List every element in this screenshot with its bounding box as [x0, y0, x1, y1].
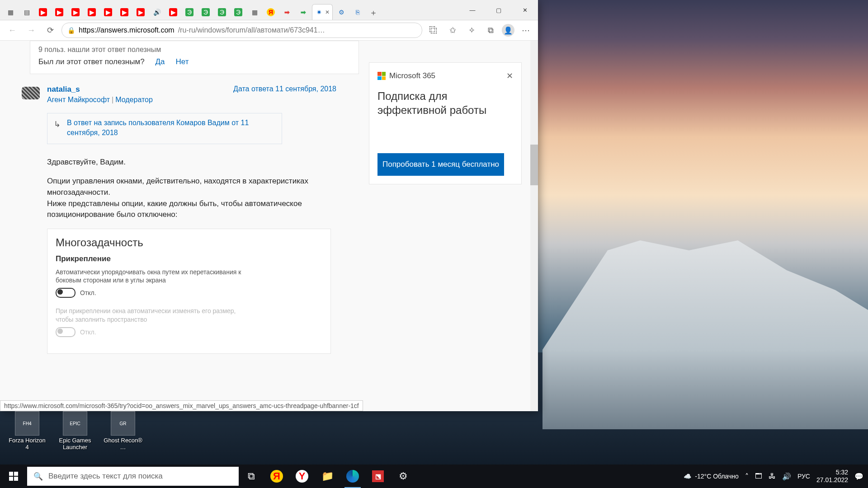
status-bar-link: https://www.microsoft.com/microsoft-365/…	[0, 400, 363, 411]
tab[interactable]: ▶	[133, 5, 148, 20]
taskbar: 🔍 Введите здесь текст для поиска ⧉ Я Y 📁…	[0, 465, 868, 488]
task-view-button[interactable]: ⧉	[239, 465, 264, 488]
nav-refresh[interactable]: ⟳	[42, 23, 58, 38]
settings-section: Прикрепление	[56, 254, 322, 263]
tray-volume-icon[interactable]: 🔊	[782, 472, 791, 481]
promo-cta-button[interactable]: Попробовать 1 месяц бесплатно	[377, 153, 504, 176]
browser-window: ▦ ▤ ▶ ▶ ▶ ▶ ▶ ▶ ▶ 🔊 ▶ Э Э Э Э ▦ Я ➡ ➡	[0, 0, 538, 411]
tab[interactable]: ⚙	[334, 5, 349, 20]
window-close[interactable]: ✕	[512, 0, 538, 20]
m365-promo-card: Microsoft 365 ✕ Подписка для эффективной…	[369, 62, 522, 184]
tab[interactable]: ▤	[19, 5, 34, 20]
shortcut-icon: EPIC	[63, 411, 87, 436]
tab[interactable]: Э	[198, 5, 213, 20]
address-bar[interactable]: 🔒 https://answers.microsoft.com/ru-ru/wi…	[61, 23, 422, 38]
tab[interactable]: ▦	[3, 5, 18, 20]
start-button[interactable]	[0, 465, 27, 488]
author-tag-agent[interactable]: Агент Майкрософт	[47, 96, 110, 103]
profile-avatar[interactable]: 👤	[502, 24, 514, 37]
answer-greeting: Здравствуйте, Вадим.	[47, 157, 336, 168]
collections-icon[interactable]: ⧉	[483, 23, 498, 38]
shortcut-icon: FH4	[15, 411, 39, 436]
scrollbar-thumb[interactable]	[530, 145, 538, 185]
window-maximize[interactable]: ▢	[486, 0, 512, 20]
tray-chevron-up-icon[interactable]: ˄	[745, 472, 749, 481]
address-bar-row: ← → ⟳ 🔒 https://answers.microsoft.com/ru…	[0, 20, 538, 41]
favorite-icon[interactable]: ✩	[445, 23, 460, 38]
vote-no-button[interactable]: Нет	[176, 57, 189, 66]
setting2-toggle	[56, 327, 75, 337]
nav-forward[interactable]: →	[24, 23, 39, 38]
tray-network-icon[interactable]: 🖧	[769, 472, 776, 480]
tab[interactable]: Э	[231, 5, 246, 20]
taskbar-search[interactable]: 🔍 Введите здесь текст для поиска	[27, 467, 239, 486]
shortcut-label: Forza Horizon 4	[6, 437, 48, 451]
tab[interactable]: ▶	[84, 5, 99, 20]
pinned-apps: Я Y 📁 ⬔ ⚙	[264, 465, 416, 488]
windows-logo-icon	[9, 472, 18, 481]
weather-widget[interactable]: ☁️ -12°C Облачно	[684, 473, 739, 480]
tab[interactable]: ▶	[35, 5, 51, 20]
author-link[interactable]: natalia_s	[47, 85, 153, 94]
shortcut-label: Epic Games Launcher	[54, 437, 96, 451]
tab[interactable]: ⎘	[350, 5, 365, 20]
settings-title: Многозадачность	[56, 236, 322, 249]
taskbar-app-amd[interactable]: ⬔	[365, 465, 391, 488]
settings-screenshot: Многозадачность Прикрепление Автоматичес…	[47, 229, 331, 354]
nav-back[interactable]: ←	[5, 23, 20, 38]
m365-logo: Microsoft 365	[377, 71, 435, 80]
scrollbar[interactable]	[530, 41, 538, 411]
taskbar-app-edge[interactable]	[340, 465, 365, 488]
tab[interactable]: ▶	[68, 5, 83, 20]
tray-battery-icon[interactable]: 🗔	[755, 472, 762, 480]
search-placeholder: Введите здесь текст для поиска	[48, 472, 163, 481]
tray-clock[interactable]: 5:32 27.01.2022	[816, 469, 848, 484]
tab-audio[interactable]: 🔊	[149, 5, 165, 20]
search-icon: 🔍	[33, 472, 43, 481]
reply-arrow-icon: ↳	[54, 118, 61, 138]
m365-brand: Microsoft 365	[389, 71, 435, 80]
window-minimize[interactable]: ―	[459, 0, 486, 20]
tab[interactable]: ➡	[296, 5, 311, 20]
desktop-icons: FH4 Forza Horizon 4 EPIC Epic Games Laun…	[6, 411, 144, 451]
close-tab-icon[interactable]: ✕	[325, 9, 330, 15]
author-avatar[interactable]	[22, 87, 40, 99]
tab[interactable]: Э	[182, 5, 197, 20]
page-content: 9 польз. нашли этот ответ полезным Был л…	[0, 41, 538, 411]
shortcut-ghost[interactable]: GR Ghost Recon® …	[102, 411, 144, 451]
taskbar-app-yandex-browser[interactable]: Y	[289, 465, 315, 488]
tab[interactable]: Э	[214, 5, 230, 20]
author-tags: Агент Майкрософт|Модератор	[47, 96, 153, 104]
new-tab-button[interactable]: ＋	[366, 5, 381, 20]
tab[interactable]: ▶	[52, 5, 67, 20]
tab[interactable]: ▶	[165, 5, 181, 20]
system-tray: ☁️ -12°C Облачно ˄ 🗔 🖧 🔊 РУС 5:32 27.01.…	[684, 469, 868, 484]
taskbar-app-explorer[interactable]: 📁	[315, 465, 340, 488]
reader-mode-icon[interactable]: ⿻	[426, 23, 441, 38]
taskbar-app-yandex[interactable]: Я	[264, 465, 289, 488]
setting1-state: Откл.	[80, 289, 96, 296]
tray-language[interactable]: РУС	[797, 473, 810, 480]
helpful-question: Был ли этот ответ полезным?	[38, 57, 145, 66]
answer-text: Здравствуйте, Вадим. Опции управления ок…	[47, 157, 336, 221]
tab[interactable]: ▶	[117, 5, 132, 20]
shortcut-forza[interactable]: FH4 Forza Horizon 4	[6, 411, 48, 451]
tab-strip: ▦ ▤ ▶ ▶ ▶ ▶ ▶ ▶ ▶ 🔊 ▶ Э Э Э Э ▦ Я ➡ ➡	[0, 0, 459, 20]
shortcut-epic[interactable]: EPIC Epic Games Launcher	[54, 411, 96, 451]
menu-icon[interactable]: ⋯	[518, 23, 533, 38]
reply-reference[interactable]: ↳ В ответ на запись пользователя Комаров…	[47, 113, 282, 144]
promo-close-button[interactable]: ✕	[506, 71, 513, 81]
tab[interactable]: Я	[263, 5, 278, 20]
tab[interactable]: ➡	[279, 5, 295, 20]
tray-notifications-icon[interactable]: 💬	[854, 472, 863, 481]
tab[interactable]: ▶	[100, 5, 116, 20]
answer-para2: Ниже представлены опции, какие должны бы…	[47, 198, 336, 221]
tray-date: 27.01.2022	[816, 476, 848, 484]
weather-icon: ☁️	[684, 473, 691, 480]
author-tag-moderator[interactable]: Модератор	[115, 96, 153, 103]
tab[interactable]: ▦	[247, 5, 262, 20]
tab-active[interactable]: ✷✕	[312, 4, 333, 20]
taskbar-app-settings[interactable]: ⚙	[391, 465, 416, 488]
favorites-bar-icon[interactable]: ✧	[464, 23, 479, 38]
vote-yes-button[interactable]: Да	[156, 57, 165, 66]
